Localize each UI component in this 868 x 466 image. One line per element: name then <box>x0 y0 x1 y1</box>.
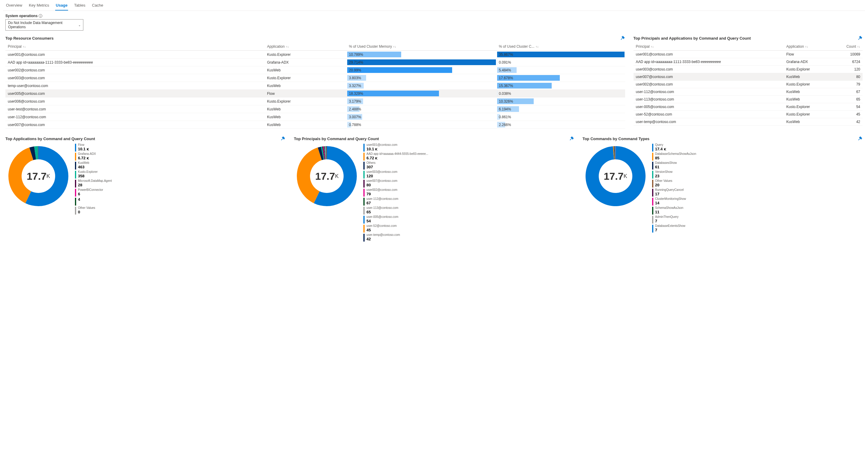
system-operations-dropdown[interactable]: Do Not Include Data Management Operation… <box>5 19 83 31</box>
legend-value: 120 <box>366 174 397 178</box>
legend-swatch <box>652 225 653 233</box>
cell-cpu: 2.266% <box>497 121 625 129</box>
table-row[interactable]: user007@contoso.com KusWeb 0.788% 2.266% <box>5 121 625 129</box>
tab-tables[interactable]: Tables <box>73 1 86 10</box>
legend-item[interactable]: SchemaShowAsJson 11 <box>652 206 863 214</box>
legend-item[interactable]: AdminThenQuery 7 <box>652 215 863 224</box>
pin-icon[interactable] <box>620 35 625 41</box>
table-row[interactable]: AAD app id=aaaaaaaa-1111-3333-be83-eeeee… <box>5 59 625 66</box>
table-row[interactable]: user001@contoso.com Flow 10069 <box>633 51 863 58</box>
col-count[interactable]: Count↑↓ <box>831 42 863 51</box>
tab-cache[interactable]: Cache <box>91 1 104 10</box>
table-row[interactable]: user-temp@contoso.com KusWeb 42 <box>633 118 863 126</box>
legend-item[interactable]: user007@contoso.com 80 <box>363 179 574 187</box>
cell-count: 80 <box>831 73 863 81</box>
cell-count: 67 <box>831 88 863 96</box>
pin-icon[interactable] <box>857 35 863 41</box>
legend-item[interactable]: KusWeb 463 <box>75 161 285 170</box>
table-row[interactable]: user-113@contoso.com KusWeb 65 <box>633 96 863 103</box>
donut-chart[interactable]: 17.7K <box>294 143 360 209</box>
legend-label: user007@contoso.com <box>366 179 397 183</box>
legend-item[interactable]: Flow 10.1 ᴋ <box>75 143 285 151</box>
col-cpu[interactable]: % of Used Cluster C...↑↓ <box>497 42 625 51</box>
info-icon[interactable]: i <box>39 14 42 18</box>
table-row[interactable]: user003@contoso.com Kusto.Explorer 120 <box>633 66 863 73</box>
legend-item[interactable]: ClusterMonitoringShow 14 <box>652 197 863 206</box>
legend-item[interactable]: user-52@contoso.com 45 <box>363 224 574 233</box>
legend-item[interactable]: AAD app id=aaaaaa-4444-5555-be83-eeeee..… <box>363 152 574 161</box>
top-resource-consumers-panel: Top Resource Consumers Principal↑↓ Appli… <box>5 35 625 129</box>
donut-center-value: 17.7K <box>583 143 649 209</box>
donut-chart[interactable]: 17.7K <box>5 143 71 209</box>
table-row[interactable]: user001@contoso.com Kusto.Explorer 10.78… <box>5 51 625 59</box>
cell-principal: user-112@contoso.com <box>633 88 784 96</box>
legend-item[interactable]: DatabaseSchemaShowAsJson 85 <box>652 152 863 161</box>
table-row[interactable]: user002@contoso.com KusWeb 20.99% 5.484% <box>5 66 625 74</box>
legend-swatch <box>75 162 76 170</box>
cell-principal: AAD app id=aaaaaaaa-1111-3333-be83-eeeee… <box>633 58 784 66</box>
legend-item[interactable]: Other Values 0 <box>75 206 285 214</box>
col-principal[interactable]: Principal↑↓ <box>633 42 784 51</box>
table-row[interactable]: user005@contoso.com Flow 18.329% 0.038% <box>5 90 625 97</box>
table-row[interactable]: AAD app id=aaaaaaaa-1111-3333-be83-eeeee… <box>633 58 863 66</box>
legend-item[interactable]: user-113@contoso.com 65 <box>363 206 574 214</box>
table-row[interactable]: user003@contoso.com Kusto.Explorer 3.803… <box>5 74 625 82</box>
table-row[interactable]: user-test@contoso.com KusWeb 2.488% 6.19… <box>5 105 625 113</box>
table-row[interactable]: user-112@contoso.com KusWeb 67 <box>633 88 863 96</box>
table-row[interactable]: user-112@contoso.com KusWeb 3.007% 0.861… <box>5 113 625 121</box>
legend-value: 6.72 ᴋ <box>78 156 96 161</box>
legend-item[interactable]: DatabasesShow 61 <box>652 161 863 170</box>
tab-overview[interactable]: Overview <box>5 1 23 10</box>
panel-title: Top Commands by Command Types <box>583 137 649 141</box>
legend-label: Flow <box>78 143 89 147</box>
table-row[interactable]: user-005@contoso.com Kusto.Explorer 54 <box>633 103 863 111</box>
chevron-down-icon: ⌄ <box>78 23 81 27</box>
legend-item[interactable]: 4 <box>75 197 285 206</box>
legend-value: 7 <box>655 228 685 233</box>
table-row[interactable]: user-52@contoso.com Kusto.Explorer 45 <box>633 111 863 118</box>
legend-item[interactable]: Other Values 20 <box>652 179 863 187</box>
cell-principal: user007@contoso.com <box>633 73 784 81</box>
tab-usage[interactable]: Usage <box>55 1 68 10</box>
legend-item[interactable]: Query 17.4 ᴋ <box>652 143 863 151</box>
legend-item[interactable]: RunningQueryCancel 17 <box>652 188 863 197</box>
legend-value: 80 <box>366 183 397 187</box>
legend-item[interactable]: Others 307 <box>363 161 574 170</box>
legend-label: AdminThenQuery <box>655 215 679 219</box>
legend-item[interactable]: user001@contoso.com 10.1 ᴋ <box>363 143 574 151</box>
cell-cpu: 15.367% <box>497 82 625 90</box>
cell-application: Grafana-ADX <box>784 58 832 66</box>
legend-item[interactable]: VersionShow 23 <box>652 170 863 178</box>
col-application[interactable]: Application↑↓ <box>784 42 832 51</box>
legend-swatch <box>75 180 76 187</box>
table-row[interactable]: user006@contoso.com Kusto.Explorer 3.179… <box>5 97 625 105</box>
pin-icon[interactable] <box>280 136 285 141</box>
cell-principal: user002@contoso.com <box>633 81 784 88</box>
tab-key-metrics[interactable]: Key Metrics <box>28 1 50 10</box>
panel-title: Top Principals and Applications by Comma… <box>633 36 751 40</box>
legend-value: 0 <box>78 210 95 214</box>
col-application[interactable]: Application↑↓ <box>265 42 347 51</box>
pin-icon[interactable] <box>569 136 574 141</box>
legend-item[interactable]: user003@contoso.com 120 <box>363 170 574 178</box>
table-row[interactable]: user002@contoso.com Kusto.Explorer 79 <box>633 81 863 88</box>
legend-item[interactable]: PowerBIConnector 6 <box>75 188 285 197</box>
legend-item[interactable]: Microsoft.DataMap.Agent 28 <box>75 179 285 187</box>
table-row[interactable]: temp-user@contoso.com KusWeb 3.327% 15.3… <box>5 82 625 90</box>
col-principal[interactable]: Principal↑↓ <box>5 42 265 51</box>
donut-chart[interactable]: 17.7K <box>583 143 649 209</box>
legend-item[interactable]: user-temp@contoso.com 42 <box>363 233 574 241</box>
cell-application: Grafana-ADX <box>265 59 347 66</box>
col-memory[interactable]: % of Used Cluster Memory↑↓ <box>347 42 497 51</box>
legend-item[interactable]: DatabaseExtentsShow 7 <box>652 224 863 233</box>
legend-item[interactable]: user-112@contoso.com 67 <box>363 197 574 206</box>
legend-value: 65 <box>366 210 398 214</box>
legend-label: ClusterMonitoringShow <box>655 197 686 201</box>
top-principals-apps-panel: Top Principals and Applications by Comma… <box>633 35 863 129</box>
legend-item[interactable]: user-005@contoso.com 54 <box>363 215 574 224</box>
legend-item[interactable]: Grafana-ADX 6.72 ᴋ <box>75 152 285 161</box>
legend-item[interactable]: user002@contoso.com 79 <box>363 188 574 197</box>
table-row[interactable]: user007@contoso.com KusWeb 80 <box>633 73 863 81</box>
legend-item[interactable]: Kusto.Explorer 358 <box>75 170 285 178</box>
pin-icon[interactable] <box>857 136 863 141</box>
